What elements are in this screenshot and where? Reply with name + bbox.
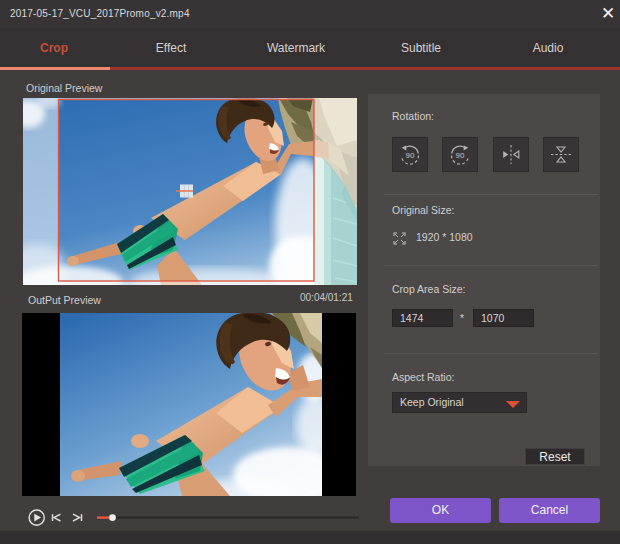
svg-text:90: 90 [406, 151, 415, 160]
svg-text:90: 90 [456, 151, 465, 160]
